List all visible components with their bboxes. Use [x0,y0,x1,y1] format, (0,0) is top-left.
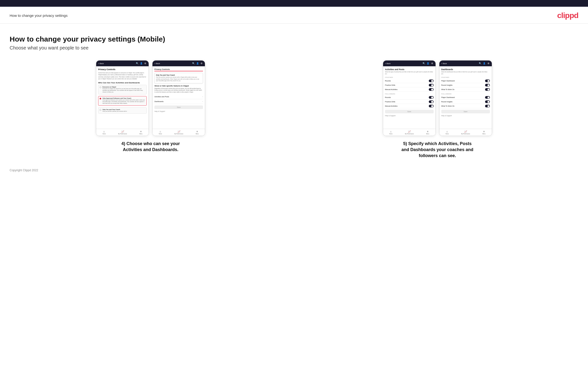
nav-menu-2[interactable]: ≡ Menu [196,130,199,134]
nav-performance-3[interactable]: 📈 My Performance [405,130,414,134]
player-dash-coaches-label: Player Dashboard [441,80,455,82]
toggle-what-to-work-followers[interactable]: What To Work On [441,104,490,108]
save-button-3[interactable]: Save [385,110,434,113]
phone-screen-1: < Back 🔍 👤 ⚙ Privacy Controls Control ho… [96,60,149,136]
practice-followers-toggle[interactable] [429,100,434,103]
double-phones: < Back 🔍 👤 ⚙ Activities and Posts Select… [383,60,492,136]
settings-icon[interactable]: ⚙ [144,62,147,65]
round-insights-followers-toggle[interactable] [485,100,490,103]
profile-icon-4[interactable]: 👤 [483,62,486,65]
bottom-nav-2: ⌂ Home 📈 My Performance ≡ Menu [153,129,205,136]
save-button-2[interactable]: Save [154,105,203,109]
settings-icon-4[interactable]: ⚙ [487,62,490,65]
round-insights-coaches-toggle[interactable] [485,84,490,86]
nav-performance-1[interactable]: 📈 My Performance [118,130,127,134]
option-coach-only[interactable]: Only You and Your Coach Only you and the… [98,107,147,114]
round-insights-coaches-label: Round Insights [441,84,453,86]
settings-icon-2[interactable]: ⚙ [200,62,203,65]
performance-icon-1: 📈 [121,130,124,133]
caption-5: 5) Specify which Activities, Posts and D… [399,141,476,159]
toggle-rounds-coaches[interactable]: Rounds [385,79,434,83]
nav-menu-4[interactable]: ≡ Menu [482,130,485,134]
option-everyone[interactable]: Everyone on Clippd Everyone on Clippd ca… [98,85,147,94]
toggle-round-insights-coaches[interactable]: Round Insights [441,83,490,87]
activities-posts-row[interactable]: Activities and Posts › [154,94,203,99]
what-to-work-followers-toggle[interactable] [485,105,490,107]
option3-label: Only You and Your Coach [103,109,127,110]
home-label-4: Home [446,133,449,134]
nav-icons-2: 🔍 👤 ⚙ [192,62,203,65]
performance-icon-4: 📈 [464,130,467,133]
main-content: How to change your privacy settings (Mob… [0,24,588,186]
header: How to change your privacy settings clip… [0,7,588,24]
search-icon-3[interactable]: 🔍 [423,62,425,65]
option-followers[interactable]: Only Approved Followers and Your Coach O… [98,96,147,106]
phones-1-2: < Back 🔍 👤 ⚙ Privacy Controls Control ho… [96,60,205,136]
help-support-4: Help & Support [441,115,490,117]
performance-label-4: My Performance [461,133,470,134]
performance-icon-2: 📈 [177,130,180,133]
nav-home-4[interactable]: ⌂ Home [446,130,449,134]
toggle-round-insights-followers[interactable]: Round Insights [441,100,490,104]
nav-menu-1[interactable]: ≡ Menu [139,130,143,134]
menu-label-4: Menu [482,133,485,134]
what-to-work-coaches-toggle[interactable] [485,88,490,91]
toggle-player-dash-followers[interactable]: Player Dashboard [441,95,490,100]
search-icon-4[interactable]: 🔍 [479,62,482,65]
phone-nav-1: < Back 🔍 👤 ⚙ [96,60,149,66]
save-button-4[interactable]: Save [441,110,490,113]
breadcrumb: How to change your privacy settings [10,13,68,17]
dashboards-subtitle: Select the dashboards that you'd like to… [441,71,490,75]
nav-home-2[interactable]: ⌂ Home [159,130,162,134]
phone-body-3: Activities and Posts Select the types of… [383,66,435,129]
back-btn-4[interactable]: < Back [441,62,447,65]
mockups-row: < Back 🔍 👤 ⚙ Privacy Controls Control ho… [10,60,578,159]
popup-box: Only You and Your Coach Only you and the… [154,73,203,83]
option2-label: Only Approved Followers and Your Coach [103,98,145,99]
manual-followers-toggle[interactable] [429,105,434,107]
rounds-followers-toggle[interactable] [429,96,434,99]
rounds-followers-label: Rounds [385,97,391,98]
player-dash-followers-toggle[interactable] [485,96,490,99]
dashboards-row[interactable]: Dashboards › [154,99,203,104]
search-icon-2[interactable]: 🔍 [192,62,195,65]
privacy-description: Control how and your data appears to eve… [98,72,147,80]
toggle-manual-followers[interactable]: Manual Activities [385,104,434,108]
radio-everyone [100,86,101,88]
nav-performance-2[interactable]: 📈 My Performance [174,130,183,134]
nav-menu-3[interactable]: ≡ Menu [426,130,429,134]
manual-coaches-toggle[interactable] [429,88,434,91]
menu-label-2: Menu [196,133,199,134]
back-btn-1[interactable]: < Back [98,62,104,65]
toggle-practice-followers[interactable]: Practice Drills [385,100,434,104]
performance-label-3: My Performance [405,133,414,134]
player-dash-coaches-toggle[interactable] [485,80,490,82]
search-icon[interactable]: 🔍 [136,62,138,65]
nav-home-1[interactable]: ⌂ Home [103,130,106,134]
back-btn-3[interactable]: < Back [385,62,390,65]
practice-coaches-toggle[interactable] [429,84,434,86]
nav-icons-3: 🔍 👤 ⚙ [423,62,434,65]
home-icon-2: ⌂ [160,130,161,133]
settings-icon-3[interactable]: ⚙ [431,62,434,65]
toggle-player-dash-coaches[interactable]: Player Dashboard [441,79,490,83]
nav-home-3[interactable]: ⌂ Home [389,130,392,134]
home-label-3: Home [389,133,392,134]
menu-label-1: Menu [139,133,143,134]
nav-performance-4[interactable]: 📈 My Performance [461,130,470,134]
toggle-manual-coaches[interactable]: Manual Activities [385,87,434,92]
back-btn-2[interactable]: < Back [154,62,160,65]
profile-icon-3[interactable]: 👤 [427,62,430,65]
popup-title: Only You and Your Coach [156,74,201,76]
show-hide-desc: Regardless of the privacy controls that … [154,88,203,93]
phone-nav-4: < Back 🔍 👤 ⚙ [439,60,492,66]
manual-coaches-label: Manual Activities [385,89,398,90]
logo: clippd [557,11,578,20]
rounds-coaches-toggle[interactable] [429,80,434,82]
phone-body-1: Privacy Controls Control how and your da… [96,66,149,129]
toggle-what-to-work-coaches[interactable]: What To Work On [441,87,490,92]
profile-icon[interactable]: 👤 [140,62,143,65]
toggle-practice-coaches[interactable]: Practice Drills [385,83,434,87]
profile-icon-2[interactable]: 👤 [196,62,199,65]
toggle-rounds-followers[interactable]: Rounds [385,95,434,100]
